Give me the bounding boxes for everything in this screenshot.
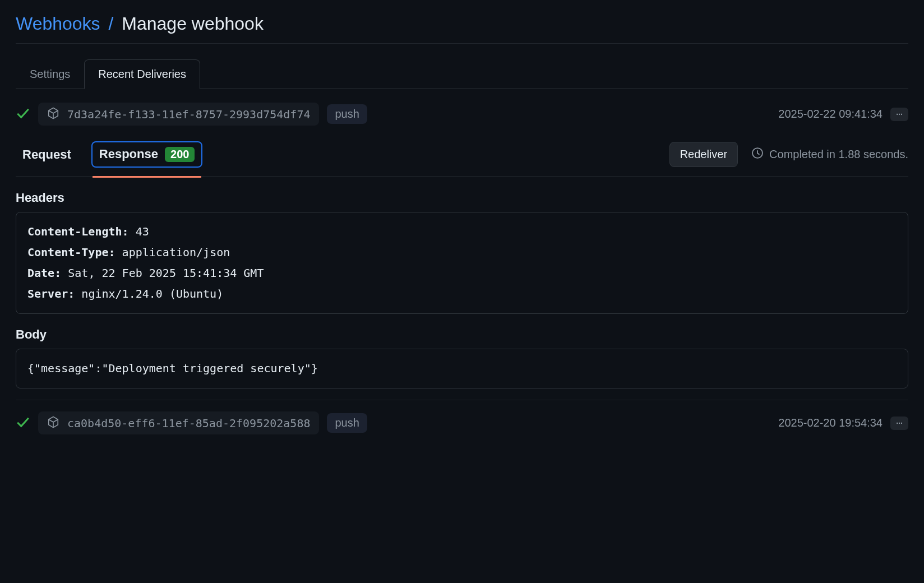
header-key: Content-Length: bbox=[27, 225, 129, 238]
success-check-icon bbox=[16, 415, 30, 431]
success-check-icon bbox=[16, 106, 30, 122]
delivery-event-badge: push bbox=[327, 104, 367, 124]
breadcrumb: Webhooks / Manage webhook bbox=[16, 13, 908, 44]
package-icon bbox=[47, 416, 59, 430]
delivery-summary-row[interactable]: ca0b4d50-eff6-11ef-85ad-2f095202a588 pus… bbox=[16, 411, 908, 434]
main-tabs: Settings Recent Deliveries bbox=[16, 59, 908, 89]
status-code-badge: 200 bbox=[165, 147, 195, 162]
clock-icon bbox=[751, 147, 764, 162]
completed-status: Completed in 1.88 seconds. bbox=[751, 147, 908, 162]
delivery-guid-pill: ca0b4d50-eff6-11ef-85ad-2f095202a588 bbox=[38, 411, 319, 434]
delivery-guid: ca0b4d50-eff6-11ef-85ad-2f095202a588 bbox=[67, 417, 310, 430]
package-icon bbox=[47, 107, 59, 121]
redeliver-button[interactable]: Redeliver bbox=[669, 142, 738, 167]
headers-section-title: Headers bbox=[16, 191, 908, 205]
delivery-summary-row[interactable]: 7d3a24fe-f133-11ef-8757-2993d754df74 pus… bbox=[16, 103, 908, 126]
header-key: Content-Type: bbox=[27, 246, 116, 259]
delivery-guid-pill: 7d3a24fe-f133-11ef-8757-2993d754df74 bbox=[38, 103, 319, 126]
tab-recent-deliveries[interactable]: Recent Deliveries bbox=[84, 59, 200, 89]
header-value: application/json bbox=[122, 246, 230, 259]
header-value: nginx/1.24.0 (Ubuntu) bbox=[81, 287, 223, 300]
delivery-item: 7d3a24fe-f133-11ef-8757-2993d754df74 pus… bbox=[16, 103, 908, 400]
delivery-guid: 7d3a24fe-f133-11ef-8757-2993d754df74 bbox=[67, 108, 310, 121]
header-key: Date: bbox=[27, 266, 61, 280]
kebab-menu-icon[interactable]: ··· bbox=[890, 108, 908, 121]
response-headers-box: Content-Length: 43 Content-Type: applica… bbox=[16, 212, 908, 314]
delivery-timestamp: 2025-02-22 09:41:34 bbox=[778, 108, 883, 121]
breadcrumb-separator: / bbox=[105, 13, 117, 34]
breadcrumb-parent-link[interactable]: Webhooks bbox=[16, 13, 100, 34]
subtab-response[interactable]: Response 200 bbox=[91, 141, 203, 168]
delivery-event-badge: push bbox=[327, 413, 367, 433]
subtab-request[interactable]: Request bbox=[16, 143, 78, 166]
delivery-item: ca0b4d50-eff6-11ef-85ad-2f095202a588 pus… bbox=[16, 400, 908, 446]
deliveries-list: 7d3a24fe-f133-11ef-8757-2993d754df74 pus… bbox=[16, 103, 908, 446]
breadcrumb-current: Manage webhook bbox=[122, 13, 264, 34]
body-section-title: Body bbox=[16, 327, 908, 342]
header-key: Server: bbox=[27, 287, 75, 300]
response-body-box: {"message":"Deployment triggered securel… bbox=[16, 349, 908, 388]
header-value: 43 bbox=[136, 225, 149, 238]
delivery-timestamp: 2025-02-20 19:54:34 bbox=[778, 417, 883, 429]
completed-text: Completed in 1.88 seconds. bbox=[769, 148, 908, 161]
subtab-response-label: Response bbox=[99, 147, 158, 161]
delivery-detail-subtabs: Request Response 200 Redeliver Completed… bbox=[16, 141, 908, 177]
tab-settings[interactable]: Settings bbox=[16, 59, 84, 89]
header-value: Sat, 22 Feb 2025 15:41:34 GMT bbox=[68, 266, 264, 280]
kebab-menu-icon[interactable]: ··· bbox=[890, 417, 908, 430]
